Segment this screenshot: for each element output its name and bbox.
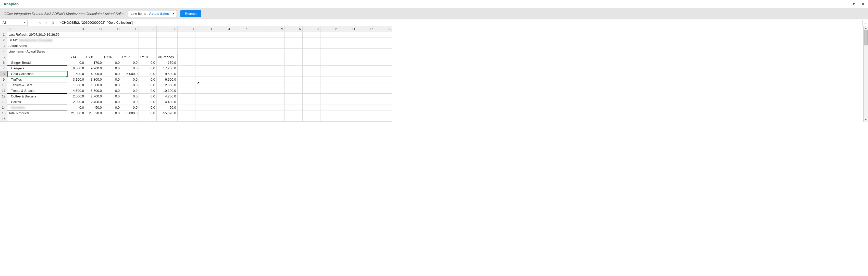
cell[interactable]	[320, 77, 338, 82]
cell[interactable]	[338, 32, 356, 37]
cell[interactable]	[303, 43, 320, 49]
data-cell[interactable]: 4,000.0	[85, 71, 103, 77]
cell[interactable]	[267, 71, 285, 77]
row-header[interactable]: 8	[0, 71, 7, 77]
cell[interactable]	[338, 88, 356, 94]
data-cell[interactable]: 0.0	[139, 94, 157, 99]
cell[interactable]	[195, 71, 213, 77]
data-cell[interactable]: 0.0	[103, 71, 121, 77]
cell[interactable]	[195, 43, 213, 49]
cell[interactable]	[249, 94, 267, 99]
cell[interactable]	[195, 99, 213, 105]
cell[interactable]	[85, 32, 103, 37]
cell[interactable]	[303, 88, 320, 94]
cell[interactable]	[121, 116, 139, 122]
cell[interactable]	[157, 49, 178, 54]
col-header[interactable]: Q	[338, 26, 356, 32]
cell[interactable]	[320, 71, 338, 77]
cell[interactable]: DEMO Montezuma Chocolate	[7, 37, 67, 43]
row-header[interactable]: 15	[0, 111, 7, 116]
cell[interactable]	[213, 37, 231, 43]
data-cell[interactable]: 0.0	[103, 66, 121, 71]
cell[interactable]	[303, 94, 320, 99]
cell[interactable]	[178, 82, 195, 88]
cell[interactable]	[231, 88, 249, 94]
cell[interactable]	[303, 105, 320, 111]
cell[interactable]	[121, 43, 139, 49]
cell[interactable]	[356, 49, 374, 54]
data-cell[interactable]: 0.0	[103, 82, 121, 88]
cell[interactable]	[356, 116, 374, 122]
cell[interactable]: Last Refresh: 29/07/2019 16:26:59	[7, 32, 67, 37]
cell[interactable]	[178, 88, 195, 94]
cell[interactable]	[121, 32, 139, 37]
cell[interactable]	[356, 43, 374, 49]
cell[interactable]	[249, 82, 267, 88]
data-cell[interactable]: 0.0	[121, 105, 139, 111]
cell[interactable]	[213, 66, 231, 71]
cell[interactable]	[356, 111, 374, 116]
cell[interactable]	[320, 111, 338, 116]
cell[interactable]	[195, 82, 213, 88]
data-cell[interactable]: 0.0	[139, 77, 157, 82]
cell[interactable]	[374, 105, 392, 111]
cell[interactable]	[374, 66, 392, 71]
cell[interactable]	[178, 60, 195, 66]
cell[interactable]	[231, 66, 249, 71]
cell[interactable]	[267, 82, 285, 88]
cell[interactable]	[356, 71, 374, 77]
minimize-icon[interactable]: ▼	[852, 2, 856, 6]
cell[interactable]	[231, 43, 249, 49]
cell[interactable]	[374, 116, 392, 122]
cell[interactable]	[320, 49, 338, 54]
data-cell[interactable]: 50.0	[157, 105, 178, 111]
row-header[interactable]: 1	[0, 32, 7, 37]
cell[interactable]	[338, 71, 356, 77]
cell[interactable]	[67, 116, 85, 122]
period-header[interactable]: FY17	[121, 54, 139, 60]
cell[interactable]	[249, 43, 267, 49]
cell[interactable]	[285, 88, 303, 94]
data-cell[interactable]: 50.0	[85, 105, 103, 111]
cell[interactable]	[178, 37, 195, 43]
data-cell[interactable]: 9,200.0	[85, 66, 103, 71]
spreadsheet-grid[interactable]: A B C D E F G H I J K L M N O P Q R S 1 …	[0, 26, 392, 122]
data-cell[interactable]: 8,000.0	[67, 66, 85, 71]
cell[interactable]	[139, 43, 157, 49]
col-header[interactable]: D	[103, 26, 121, 32]
data-cell[interactable]: 0.0	[139, 99, 157, 105]
select-all-corner[interactable]	[0, 26, 7, 32]
cell[interactable]	[356, 99, 374, 105]
row-header[interactable]: 11	[0, 88, 7, 94]
cell[interactable]	[285, 49, 303, 54]
cell[interactable]: Actual Sales	[7, 43, 67, 49]
cell[interactable]	[374, 77, 392, 82]
cell[interactable]	[178, 77, 195, 82]
cell[interactable]	[67, 49, 85, 54]
cell[interactable]	[157, 32, 178, 37]
cell[interactable]	[213, 111, 231, 116]
cell[interactable]	[178, 71, 195, 77]
cell[interactable]	[249, 49, 267, 54]
cell[interactable]	[356, 37, 374, 43]
cell[interactable]	[213, 116, 231, 122]
data-cell[interactable]: 0.0	[103, 99, 121, 105]
data-cell[interactable]: 2,400.0	[85, 99, 103, 105]
cell[interactable]	[320, 54, 338, 60]
cell[interactable]	[374, 60, 392, 66]
cell[interactable]	[195, 37, 213, 43]
total-cell[interactable]: 55,320.0	[157, 111, 178, 116]
col-header[interactable]: N	[285, 26, 303, 32]
period-header[interactable]: FY18	[139, 54, 157, 60]
cell[interactable]	[157, 37, 178, 43]
cell[interactable]	[67, 32, 85, 37]
cell[interactable]	[338, 37, 356, 43]
cell[interactable]	[285, 82, 303, 88]
cell[interactable]	[249, 60, 267, 66]
product-label[interactable]: Ginger Bread	[7, 60, 67, 66]
cell[interactable]	[356, 66, 374, 71]
cell[interactable]	[67, 37, 85, 43]
data-cell[interactable]: 500.0	[67, 71, 85, 77]
cell[interactable]	[195, 94, 213, 99]
cell[interactable]	[195, 116, 213, 122]
